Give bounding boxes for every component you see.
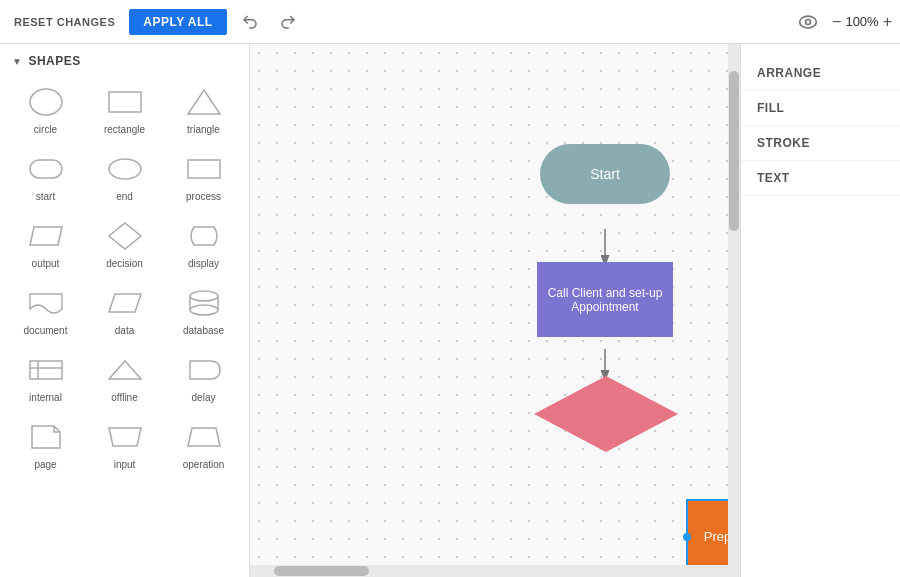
svg-point-6 — [109, 159, 141, 179]
delay-icon — [180, 352, 228, 388]
shape-database[interactable]: database — [166, 279, 241, 342]
triangle-icon — [180, 84, 228, 120]
svg-point-1 — [806, 19, 811, 24]
shape-start[interactable]: start — [8, 145, 83, 208]
shapes-panel: ▼ SHAPES circle rectangle — [0, 44, 250, 577]
rectangle-icon — [101, 84, 149, 120]
page-icon — [22, 419, 70, 455]
shape-decision[interactable]: decision — [87, 212, 162, 275]
svg-rect-13 — [30, 361, 62, 379]
operation-icon — [180, 419, 228, 455]
internal-icon — [22, 352, 70, 388]
shape-circle-label: circle — [34, 124, 57, 135]
fill-section[interactable]: FILL — [741, 91, 900, 126]
shape-data-label: data — [115, 325, 134, 336]
node-decision[interactable] — [532, 374, 680, 454]
handle-left[interactable] — [683, 533, 691, 541]
zoom-out-button[interactable]: − — [832, 13, 841, 31]
undo-button[interactable] — [235, 9, 265, 35]
end-icon — [101, 151, 149, 187]
svg-point-12 — [190, 305, 218, 315]
shape-offline-label: offline — [111, 392, 138, 403]
decision-icon — [101, 218, 149, 254]
shape-offline[interactable]: offline — [87, 346, 162, 409]
shape-triangle-label: triangle — [187, 124, 220, 135]
shape-output-label: output — [32, 258, 60, 269]
offline-icon — [101, 352, 149, 388]
text-section[interactable]: TEXT — [741, 161, 900, 196]
shape-internal[interactable]: internal — [8, 346, 83, 409]
shape-end[interactable]: end — [87, 145, 162, 208]
decision-shape — [532, 374, 680, 454]
shape-internal-label: internal — [29, 392, 62, 403]
svg-point-2 — [30, 89, 62, 115]
svg-rect-3 — [109, 92, 141, 112]
shape-display-label: display — [188, 258, 219, 269]
shape-display[interactable]: display — [166, 212, 241, 275]
shapes-header: ▼ SHAPES — [0, 44, 249, 74]
database-icon — [180, 285, 228, 321]
svg-point-11 — [190, 291, 218, 301]
node-call-client-label: Call Client and set-up Appointment — [543, 286, 667, 314]
node-call-client[interactable]: Call Client and set-up Appointment — [537, 262, 673, 337]
shape-start-label: start — [36, 191, 55, 202]
shape-delay-label: delay — [192, 392, 216, 403]
toolbar: RESET CHANGES APPLY ALL − 100% + — [0, 0, 900, 44]
shape-process[interactable]: process — [166, 145, 241, 208]
shape-input-label: input — [114, 459, 136, 470]
document-icon — [22, 285, 70, 321]
reset-changes-button[interactable]: RESET CHANGES — [8, 12, 121, 32]
shape-rectangle[interactable]: rectangle — [87, 78, 162, 141]
shape-operation[interactable]: operation — [166, 413, 241, 476]
shape-circle[interactable]: circle — [8, 78, 83, 141]
svg-marker-18 — [188, 428, 220, 446]
shapes-toggle-icon[interactable]: ▼ — [12, 56, 22, 67]
vertical-scroll-thumb[interactable] — [729, 71, 739, 231]
svg-rect-5 — [30, 160, 62, 178]
shape-decision-label: decision — [106, 258, 143, 269]
shape-document-label: document — [24, 325, 68, 336]
shape-operation-label: operation — [183, 459, 225, 470]
svg-marker-4 — [188, 90, 220, 114]
preview-button[interactable] — [792, 8, 824, 36]
apply-all-button[interactable]: APPLY ALL — [129, 9, 226, 35]
vertical-scrollbar[interactable] — [728, 44, 740, 577]
shape-page-label: page — [34, 459, 56, 470]
horizontal-scrollbar[interactable] — [250, 565, 728, 577]
shapes-grid: circle rectangle triangle — [0, 74, 249, 480]
redo-button[interactable] — [273, 9, 303, 35]
svg-rect-7 — [188, 160, 220, 178]
shape-end-label: end — [116, 191, 133, 202]
main-area: ▼ SHAPES circle rectangle — [0, 44, 900, 577]
start-icon — [22, 151, 70, 187]
node-start[interactable]: Start — [540, 144, 670, 204]
shape-triangle[interactable]: triangle — [166, 78, 241, 141]
svg-marker-22 — [534, 376, 678, 452]
zoom-control: − 100% + — [832, 13, 892, 31]
shape-page[interactable]: page — [8, 413, 83, 476]
shape-rectangle-label: rectangle — [104, 124, 145, 135]
svg-marker-8 — [30, 227, 62, 245]
zoom-level: 100% — [845, 14, 878, 29]
zoom-in-button[interactable]: + — [883, 13, 892, 31]
input-icon — [101, 419, 149, 455]
node-start-label: Start — [590, 166, 620, 182]
process-icon — [180, 151, 228, 187]
shape-input[interactable]: input — [87, 413, 162, 476]
canvas-area[interactable]: Start Call Client and set-up Appointment… — [250, 44, 740, 577]
arrange-section[interactable]: ARRANGE — [741, 56, 900, 91]
svg-marker-16 — [109, 361, 141, 379]
shape-database-label: database — [183, 325, 224, 336]
shape-delay[interactable]: delay — [166, 346, 241, 409]
svg-point-0 — [800, 16, 817, 28]
horizontal-scroll-thumb[interactable] — [274, 566, 370, 576]
output-icon — [22, 218, 70, 254]
shape-output[interactable]: output — [8, 212, 83, 275]
svg-marker-10 — [109, 294, 141, 312]
shapes-title: SHAPES — [28, 54, 80, 68]
shape-data[interactable]: data — [87, 279, 162, 342]
svg-marker-17 — [109, 428, 141, 446]
shape-document[interactable]: document — [8, 279, 83, 342]
stroke-section[interactable]: STROKE — [741, 126, 900, 161]
right-panel: ARRANGE FILL STROKE TEXT — [740, 44, 900, 577]
